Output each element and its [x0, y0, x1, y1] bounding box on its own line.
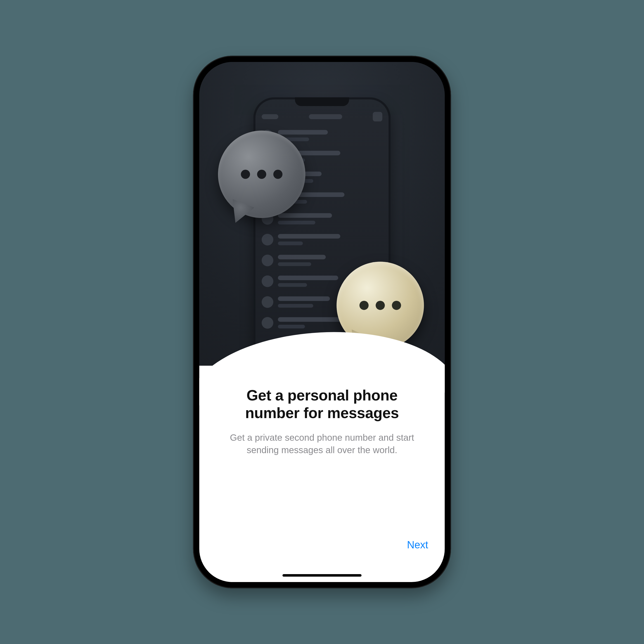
notch-icon — [295, 97, 349, 106]
home-indicator-icon — [282, 574, 362, 577]
chat-bubble-grey-icon — [218, 131, 305, 218]
placeholder-bar — [309, 114, 342, 119]
device-frame: Get a personal phone number for messages… — [193, 56, 451, 588]
placeholder-square — [373, 112, 382, 121]
screen: Get a personal phone number for messages… — [199, 62, 445, 582]
onboarding-subtitle: Get a private second phone number and st… — [218, 431, 426, 456]
bottom-sheet: Get a personal phone number for messages… — [199, 366, 445, 582]
placeholder-bar — [262, 114, 278, 119]
onboarding-title: Get a personal phone number for messages — [218, 386, 426, 422]
next-button[interactable]: Next — [407, 539, 428, 551]
